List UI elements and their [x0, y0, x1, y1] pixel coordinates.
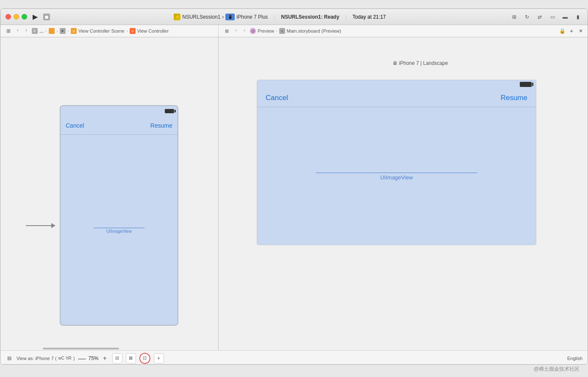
preview-pane: Cancel Resume UIImageView 🖥 iPhone: [219, 37, 588, 350]
back-forward-icon[interactable]: ⇄: [535, 12, 544, 22]
breadcrumb-nav: ⊞ ‹ ›: [4, 26, 30, 36]
view-as-text: View as: iPhone 7 (: [17, 356, 57, 361]
iphone-content: UIImageView: [61, 135, 178, 326]
uiimageview-line: [94, 228, 144, 228]
view-paren: ): [73, 356, 75, 361]
horizontal-scrollbar[interactable]: [0, 347, 218, 350]
preview-nav: ⊞ ‹ ›: [222, 26, 248, 36]
panel-double-icon[interactable]: ▬: [560, 12, 570, 22]
layout-btn-2[interactable]: ⊠: [126, 353, 136, 363]
storyboard-preview-label: Main.storyboard (Preview): [287, 28, 341, 34]
titlebar-right: ⊞ ↻ ⇄ ▭ ▬ ▮: [510, 12, 582, 22]
add-pane-button[interactable]: +: [568, 28, 575, 34]
zoom-out-button[interactable]: —: [78, 355, 86, 362]
preview-device-inner: Cancel Resume UIImageView: [257, 80, 536, 245]
file-icon: F: [32, 28, 38, 34]
zoom-level: 75%: [88, 355, 100, 361]
project-icon: ⚡: [174, 14, 180, 20]
preview-resume-button[interactable]: Resume: [501, 94, 527, 102]
cancel-button[interactable]: Cancel: [66, 122, 84, 129]
minimize-button[interactable]: [14, 14, 19, 20]
preview-back-btn[interactable]: ‹: [232, 26, 240, 34]
grid-nav-icon[interactable]: ⊞: [4, 26, 13, 36]
panel-toggle-icon[interactable]: ▤: [6, 355, 13, 362]
separator2: |: [345, 14, 347, 20]
left-breadcrumb: ⊞ ‹ › F ... › › F › S View Controller Sc…: [0, 25, 219, 37]
preview-uiimageview-line: [316, 173, 477, 173]
vc-icon: V: [130, 28, 136, 34]
preview-forward-btn[interactable]: ›: [241, 26, 248, 34]
layout-btn-1[interactable]: ⊟: [112, 353, 122, 363]
canvas-area[interactable]: Cancel Resume UIImageView: [0, 37, 218, 350]
preview-nav-bar: Cancel Resume: [257, 89, 536, 107]
panel-triple-icon[interactable]: ▮: [573, 12, 582, 22]
language-label: English: [567, 356, 582, 361]
add-constraint-button[interactable]: +: [154, 353, 164, 363]
back-nav-btn[interactable]: ‹: [14, 26, 22, 34]
maximize-button[interactable]: [22, 14, 27, 20]
run-button[interactable]: ▶: [31, 12, 40, 22]
breadcrumb-arrow: ›: [222, 14, 224, 20]
device-label-icon: 🖥: [392, 60, 397, 66]
preview-device-label: 🖥 iPhone 7 | Landscape: [392, 60, 448, 66]
grid-icon[interactable]: ⊞: [510, 12, 519, 22]
vc-label[interactable]: View Controller: [137, 28, 169, 34]
bottom-toolbar: ▤ View as: iPhone 7 ( wC hR ) — 75% + ⊟ …: [0, 350, 588, 365]
storyboard-icon: S: [71, 28, 77, 34]
iphone-simulator-frame[interactable]: Cancel Resume UIImageView: [60, 105, 178, 326]
resume-button[interactable]: Resume: [150, 122, 172, 129]
project-name[interactable]: NSURLSession1: [182, 14, 220, 20]
view-as-label: View as: iPhone 7 ( wC hR ): [17, 356, 75, 361]
file2-icon: F: [60, 28, 66, 34]
battery-icon: [165, 109, 174, 113]
layout-btn-3[interactable]: ⊡: [139, 353, 150, 364]
preview-content: UIImageView: [257, 107, 536, 245]
uiimageview-label: UIImageView: [106, 229, 131, 234]
storyboard-pane: Cancel Resume UIImageView: [0, 37, 219, 350]
build-status: NSURLSession1: Ready: [281, 14, 339, 20]
vc-scene-label[interactable]: View Controller Scene: [78, 28, 125, 34]
preview-device: Cancel Resume UIImageView: [257, 80, 536, 245]
panel-single-icon[interactable]: ▭: [548, 12, 557, 22]
view-hr: hR: [66, 356, 72, 360]
preview-uiimageview-label: UIImageView: [380, 174, 413, 181]
preview-uiimageview-element: UIImageView: [316, 173, 477, 181]
device-label-text: iPhone 7 | Landscape: [399, 60, 448, 66]
project-title: ⚡ NSURLSession1 › 📱 iPhone 7 Plus: [174, 14, 268, 20]
device-icon: 📱: [225, 14, 235, 20]
bc-dots: ...: [39, 28, 44, 34]
traffic-lights: [6, 14, 27, 20]
forward-nav-btn[interactable]: ›: [22, 26, 30, 34]
close-button[interactable]: [6, 14, 11, 20]
preview-grid-icon[interactable]: ⊞: [222, 26, 231, 36]
folder-icon: [49, 28, 55, 34]
preview-status-bar: [257, 80, 536, 89]
titlebar: ▶ ■ ⚡ NSURLSession1 › 📱 iPhone 7 Plus | …: [0, 9, 588, 25]
device-name[interactable]: iPhone 7 Plus: [236, 14, 268, 20]
zoom-in-button[interactable]: +: [101, 355, 109, 362]
preview-label[interactable]: Preview: [258, 28, 274, 34]
preview-icon: ◎: [250, 28, 256, 34]
timestamp: Today at 21:17: [352, 14, 386, 20]
right-breadcrumb: ⊞ ‹ › ◎ Preview › S Main.storyboard (Pre…: [219, 25, 588, 37]
scroll-thumb[interactable]: [43, 348, 119, 349]
rotate-icon[interactable]: ↻: [522, 12, 532, 22]
preview-battery-icon: [520, 82, 532, 87]
main-window: ▶ ■ ⚡ NSURLSession1 › 📱 iPhone 7 Plus | …: [0, 8, 588, 365]
bottom-toolbar-left: ▤ View as: iPhone 7 ( wC hR ) — 75% + ⊟ …: [6, 353, 564, 364]
lock-icon[interactable]: 🔒: [559, 28, 566, 34]
close-pane-button[interactable]: ✕: [577, 28, 584, 34]
iphone-nav-bar: Cancel Resume: [61, 116, 178, 135]
right-scrollbar[interactable]: [584, 37, 588, 350]
iphone-status-bar: [61, 106, 178, 116]
storyboard2-icon: S: [279, 28, 285, 34]
titlebar-center: ⚡ NSURLSession1 › 📱 iPhone 7 Plus | NSUR…: [53, 14, 506, 20]
separator: |: [274, 14, 275, 20]
entry-arrow: [26, 223, 55, 228]
stop-button[interactable]: ■: [43, 14, 50, 20]
zoom-control: — 75% +: [78, 355, 109, 362]
preview-cancel-button[interactable]: Cancel: [266, 94, 288, 102]
arrow-head: [51, 223, 55, 228]
arrow-line: [26, 225, 51, 226]
view-wc: wC: [58, 356, 64, 360]
